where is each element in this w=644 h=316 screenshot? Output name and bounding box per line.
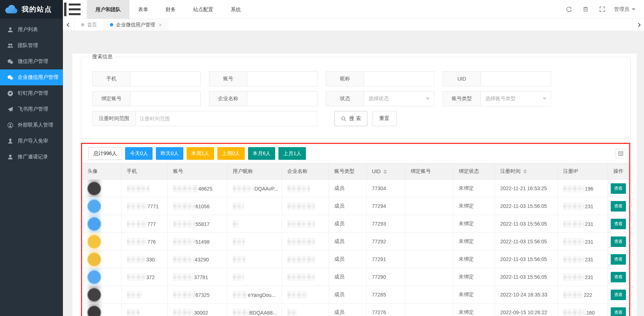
view-button[interactable]: 查看 bbox=[611, 201, 626, 212]
tabs-scroll-right[interactable] bbox=[632, 19, 644, 31]
view-button[interactable]: 查看 bbox=[611, 272, 626, 282]
cell-reg-time: 2022-11-03 15:56:05 bbox=[495, 233, 558, 251]
page-tabs: 首页 企业微信用户管理 × bbox=[74, 19, 169, 31]
search-field-0-3-input[interactable] bbox=[481, 71, 551, 86]
redacted-blur bbox=[127, 185, 149, 192]
redacted-blur bbox=[173, 202, 195, 210]
tab-close-icon[interactable]: × bbox=[159, 22, 162, 28]
stat-button-5[interactable]: 本月6人 bbox=[248, 147, 276, 160]
top-nav-item-0[interactable]: 用户和团队 bbox=[87, 0, 129, 19]
view-button[interactable]: 查看 bbox=[611, 307, 626, 316]
stat-button-2[interactable]: 昨天0人 bbox=[156, 147, 183, 160]
date-range-input[interactable] bbox=[136, 111, 317, 126]
cell-company bbox=[282, 251, 329, 268]
search-field-0-2-input[interactable] bbox=[364, 71, 434, 86]
redacted-blur bbox=[233, 273, 244, 281]
view-button[interactable]: 查看 bbox=[611, 254, 626, 265]
cell-type: 成员 bbox=[329, 286, 366, 304]
redacted-blur bbox=[173, 220, 195, 228]
cell-type: 成员 bbox=[329, 268, 366, 286]
avatar bbox=[88, 235, 101, 248]
cell-nickname bbox=[227, 197, 282, 215]
page-tab-1[interactable]: 企业微信用户管理 × bbox=[103, 19, 169, 31]
top-nav-item-1[interactable]: 表单 bbox=[129, 0, 157, 19]
redacted-blur bbox=[127, 202, 147, 210]
cell-reg-time: 2022-11-03 15:56:05 bbox=[495, 215, 558, 233]
sort-icon[interactable] bbox=[383, 170, 387, 174]
search-button[interactable]: 搜 索 bbox=[334, 111, 367, 126]
view-button[interactable]: 查看 bbox=[611, 219, 626, 229]
sidebar-item-4[interactable]: 钉钉用户管理 bbox=[0, 85, 63, 101]
sidebar-item-7[interactable]: 用户导入免审 bbox=[0, 133, 63, 149]
search-field-0-0-input[interactable] bbox=[131, 71, 201, 86]
refresh-button[interactable] bbox=[562, 0, 576, 19]
sidebar: 我的站点 用户列表 团队管理 微信用户管理 企业微信用户管理 钉钉用户管理 飞书… bbox=[0, 0, 63, 316]
search-field-1-1-label: 企业名称 bbox=[209, 91, 247, 106]
cell-phone: 372 bbox=[121, 268, 167, 286]
sidebar-item-3[interactable]: 企业微信用户管理 bbox=[0, 69, 63, 85]
search-field-1-0-input[interactable] bbox=[131, 91, 201, 106]
cell-bind-account bbox=[405, 286, 453, 304]
col-header-7: 绑定账号 bbox=[405, 163, 453, 180]
clear-cache-button[interactable] bbox=[579, 0, 592, 19]
search-field-0-1-input[interactable] bbox=[247, 71, 317, 86]
search-field-1-2-select[interactable]: 选择状态 bbox=[364, 91, 434, 106]
cell-type: 成员 bbox=[329, 215, 366, 233]
admin-dropdown[interactable]: 管理员 bbox=[612, 6, 637, 13]
cell-bind-status: 未绑定 bbox=[453, 251, 495, 268]
redacted-blur bbox=[173, 185, 198, 192]
stat-button-0[interactable]: 总计996人 bbox=[88, 147, 122, 160]
cell-type: 成员 bbox=[329, 304, 366, 316]
cell-reg-time: 2022-11-03 15:56:05 bbox=[495, 197, 558, 215]
fullscreen-button[interactable] bbox=[595, 0, 609, 19]
search-field-1-0: 绑定账号 bbox=[92, 91, 201, 106]
feishu-icon bbox=[7, 106, 13, 112]
column-settings-button[interactable] bbox=[615, 149, 626, 159]
cell-reg-ip: 231 bbox=[558, 215, 607, 233]
redacted-blur bbox=[287, 291, 308, 299]
admin-label: 管理员 bbox=[614, 6, 629, 13]
top-nav-item-2[interactable]: 财务 bbox=[157, 0, 184, 19]
col-header-9[interactable]: 注册时间 bbox=[495, 163, 558, 180]
stat-button-6[interactable]: 上月1人 bbox=[278, 147, 306, 160]
cell-account: 67325 bbox=[167, 286, 227, 304]
cell-uid: 77294 bbox=[366, 197, 405, 215]
tabs-scroll-left[interactable] bbox=[63, 19, 74, 31]
sidebar-item-label: 钉钉用户管理 bbox=[18, 90, 48, 97]
view-button[interactable]: 查看 bbox=[611, 236, 626, 247]
cell-bind-status: 未绑定 bbox=[453, 180, 495, 197]
search-field-1-3: 账号类型 选择账号类型 bbox=[443, 91, 551, 106]
user-secret-icon bbox=[7, 138, 13, 144]
sidebar-item-label: 外部联系人管理 bbox=[18, 122, 53, 128]
sidebar-item-8[interactable]: 推广邀请记录 bbox=[0, 149, 63, 165]
user-icon bbox=[7, 27, 13, 33]
sidebar-item-6[interactable]: 外部联系人管理 bbox=[0, 117, 63, 133]
sidebar-item-2[interactable]: 微信用户管理 bbox=[0, 54, 63, 69]
search-legend: 搜索信息 bbox=[89, 54, 115, 60]
col-header-5: 账号类型 bbox=[329, 163, 366, 180]
sidebar-item-5[interactable]: 飞书用户管理 bbox=[0, 101, 63, 117]
redacted-blur bbox=[233, 291, 247, 299]
table-row-7: 30002 BDQAA88... 成员 77276 未绑定 2022-09-15… bbox=[82, 304, 629, 316]
search-field-1-1-input[interactable] bbox=[247, 91, 317, 106]
cell-uid: 77290 bbox=[366, 268, 405, 286]
search-field-1-0-label: 绑定账号 bbox=[92, 91, 131, 106]
cell-reg-time: 2022-11-03 15:56:05 bbox=[495, 251, 558, 268]
view-button[interactable]: 查看 bbox=[611, 290, 626, 300]
sidebar-item-0[interactable]: 用户列表 bbox=[0, 22, 63, 38]
page-tab-0[interactable]: 首页 bbox=[74, 19, 103, 31]
stat-button-1[interactable]: 今天0人 bbox=[125, 147, 153, 160]
reset-button[interactable]: 重置 bbox=[372, 111, 397, 126]
stat-button-4[interactable]: 上周0人 bbox=[217, 147, 245, 160]
top-nav-item-3[interactable]: 站点配置 bbox=[184, 0, 222, 19]
col-header-10: 注册IP bbox=[558, 163, 607, 180]
search-field-1-3-select[interactable]: 选择账号类型 bbox=[481, 91, 551, 106]
sidebar-item-1[interactable]: 团队管理 bbox=[0, 38, 63, 54]
stat-button-3[interactable]: 本周1人 bbox=[187, 147, 214, 160]
sort-icon[interactable] bbox=[523, 169, 527, 174]
top-nav-item-4[interactable]: 系统 bbox=[222, 0, 250, 19]
col-header-6[interactable]: UID bbox=[366, 163, 405, 180]
sidebar-toggle-button[interactable] bbox=[63, 0, 82, 19]
view-button[interactable]: 查看 bbox=[611, 183, 626, 194]
tab-dot-icon bbox=[81, 23, 84, 26]
